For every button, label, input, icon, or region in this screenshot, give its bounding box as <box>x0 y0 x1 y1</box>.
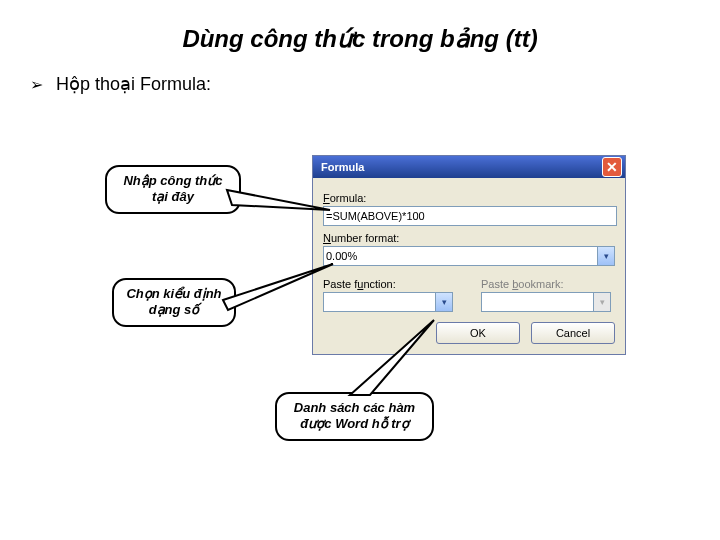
callout-formula-input: Nhập công thức tại đây <box>105 165 241 214</box>
number-format-value: 0.00% <box>324 250 359 262</box>
ok-button[interactable]: OK <box>436 322 520 344</box>
paste-row: Paste function: ▾ Paste bookmark: ▾ <box>323 272 615 312</box>
chevron-down-icon: ▾ <box>597 247 614 265</box>
dialog-buttons: OK Cancel <box>323 322 615 344</box>
formula-input[interactable]: =SUM(ABOVE)*100 <box>323 206 617 226</box>
paste-function-select[interactable]: ▾ <box>323 292 453 312</box>
chevron-down-icon: ▾ <box>435 293 452 311</box>
number-format-label: Number format: <box>323 232 615 244</box>
paste-function-value <box>324 296 328 308</box>
callout-paste-function: Danh sách các hàm được Word hỗ trợ <box>275 392 434 441</box>
dialog-title: Formula <box>321 161 364 173</box>
formula-dialog: Formula ✕ Formula: =SUM(ABOVE)*100 Numbe… <box>312 155 626 355</box>
paste-function-label: Paste function: <box>323 278 453 290</box>
paste-bookmark-label: Paste bookmark: <box>481 278 611 290</box>
close-icon: ✕ <box>606 159 618 175</box>
callout-number-format: Chọn kiểu định dạng số <box>112 278 236 327</box>
paste-bookmark-value <box>482 296 486 308</box>
bullet-line: ➢ Hộp thoại Formula: <box>0 73 720 95</box>
dialog-body: Formula: =SUM(ABOVE)*100 Number format: … <box>313 178 625 354</box>
cancel-button[interactable]: Cancel <box>531 322 615 344</box>
paste-bookmark-select: ▾ <box>481 292 611 312</box>
bullet-arrow: ➢ <box>30 76 43 93</box>
dialog-titlebar: Formula ✕ <box>313 156 625 178</box>
bullet-text: Hộp thoại Formula: <box>56 74 211 94</box>
number-format-select[interactable]: 0.00% ▾ <box>323 246 615 266</box>
page-title: Dùng công thức trong bảng (tt) <box>0 0 720 73</box>
chevron-down-icon: ▾ <box>593 293 610 311</box>
close-button[interactable]: ✕ <box>602 157 622 177</box>
formula-label: Formula: <box>323 192 615 204</box>
